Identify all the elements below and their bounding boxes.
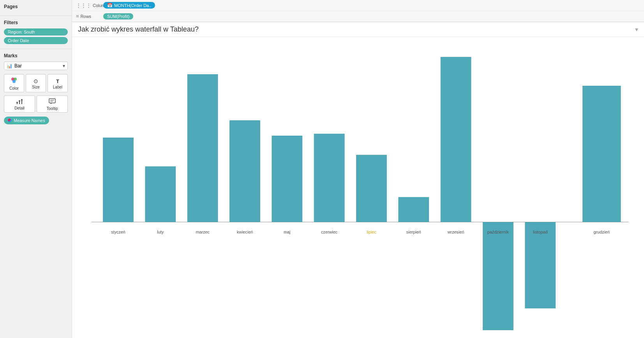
bar-pazdziernik (483, 222, 513, 330)
svg-rect-11 (50, 100, 54, 101)
svg-rect-8 (21, 100, 22, 104)
chart-expand-icon[interactable]: ▾ (635, 26, 638, 33)
measure-names-pill[interactable]: Measure Names (4, 117, 49, 124)
bar-wrzesien (441, 57, 471, 222)
rows-pill[interactable]: SUM(Profit) (103, 13, 133, 19)
label-wrzesien: wrzesień (447, 230, 464, 234)
bar-sierpien (398, 197, 429, 222)
bar-chart-icon: 📊 (7, 63, 12, 69)
columns-icon: ⋮⋮⋮ (76, 2, 91, 8)
measure-names-icon (8, 119, 12, 122)
detail-button[interactable]: Detail (4, 96, 35, 113)
bar-styczen (103, 138, 134, 222)
shelf-area: ⋮⋮⋮ Columns 📅 MONTH(Order Da.. ≡ Rows SU… (72, 0, 644, 22)
chart-title: Jak zrobić wykres waterfall w Tableau? (78, 25, 635, 34)
label-luty: luty (157, 230, 164, 234)
rows-icon: ≡ (76, 13, 79, 19)
svg-rect-12 (50, 101, 53, 102)
label-sierpien: sierpień (406, 230, 421, 234)
label-button[interactable]: T Label (48, 74, 68, 92)
marks-type-label: Bar (14, 63, 22, 69)
label-grudzien: grudzień (594, 230, 610, 234)
marks-type-dropdown[interactable]: 📊 Bar ▾ (4, 62, 68, 70)
svg-rect-6 (17, 103, 18, 104)
color-button[interactable]: Color (4, 74, 24, 92)
detail-label: Detail (14, 106, 25, 110)
rows-label: ≡ Rows (76, 13, 103, 19)
label-maj: maj (284, 230, 290, 234)
rows-shelf: ≡ Rows SUM(Profit) (72, 11, 644, 22)
pages-section: Pages (0, 0, 72, 16)
bar-grudzien (582, 86, 621, 222)
bar-lipiec (356, 155, 387, 222)
bar-kwiecien (229, 120, 260, 222)
chart-title-bar: Jak zrobić wykres waterfall w Tableau? ▾ (72, 22, 644, 37)
size-label: Size (32, 85, 39, 89)
bar-luty (145, 166, 176, 222)
label-label: Label (53, 85, 62, 89)
filters-section: Filters Region: South Order Date (0, 16, 72, 49)
svg-marker-10 (50, 103, 52, 104)
tooltip-icon (49, 98, 56, 106)
columns-shelf: ⋮⋮⋮ Columns 📅 MONTH(Order Da.. (72, 0, 644, 11)
color-icon (11, 77, 18, 85)
pages-title: Pages (4, 4, 68, 9)
marks-buttons-row2: Detail Tooltip (4, 96, 68, 113)
detail-icon (16, 99, 23, 105)
chart-container: Jak zrobić wykres waterfall w Tableau? ▾ (72, 22, 644, 338)
size-button[interactable]: ⊙ Size (26, 74, 46, 92)
tooltip-button[interactable]: Tooltip (37, 96, 68, 113)
bar-listopad (525, 222, 556, 309)
svg-rect-7 (19, 101, 20, 104)
label-czerwiec: czerwiec (321, 230, 338, 234)
label-pazdziernik: październik (487, 230, 509, 234)
label-marzec: marzec (196, 230, 210, 234)
filter-order-date[interactable]: Order Date (4, 37, 68, 44)
color-label: Color (9, 86, 19, 90)
marks-title: Marks (4, 53, 68, 58)
label-listopad: listopad (533, 230, 547, 234)
columns-pill[interactable]: 📅 MONTH(Order Da.. (103, 2, 155, 9)
measure-names-label: Measure Names (14, 118, 45, 123)
svg-rect-9 (49, 99, 55, 103)
bar-maj (272, 136, 302, 222)
size-icon: ⊙ (34, 78, 38, 84)
waterfall-chart: styczeń luty marzec kwiecień maj czerwie… (80, 45, 636, 330)
chart-body: styczeń luty marzec kwiecień maj czerwie… (72, 37, 644, 338)
filters-title: Filters (4, 20, 68, 25)
main-panel: ⋮⋮⋮ Columns 📅 MONTH(Order Da.. ≡ Rows SU… (72, 0, 644, 338)
marks-section: Marks 📊 Bar ▾ Color ⊙ Size (0, 49, 72, 128)
bar-marzec (187, 74, 218, 222)
sidebar: Pages Filters Region: South Order Date M… (0, 0, 72, 338)
tooltip-label: Tooltip (47, 106, 58, 111)
dropdown-arrow-icon: ▾ (63, 63, 65, 69)
label-lipiec: lipiec (367, 230, 376, 234)
filter-region[interactable]: Region: South (4, 28, 68, 35)
label-icon: T (56, 78, 59, 84)
label-kwiecien: kwiecień (237, 230, 253, 234)
marks-buttons-row1: Color ⊙ Size T Label (4, 74, 68, 92)
label-styczen: styczeń (111, 230, 125, 234)
svg-point-2 (12, 80, 16, 83)
bar-czerwiec (314, 134, 345, 222)
columns-label: ⋮⋮⋮ Columns (76, 2, 103, 8)
calendar-icon: 📅 (107, 3, 113, 8)
